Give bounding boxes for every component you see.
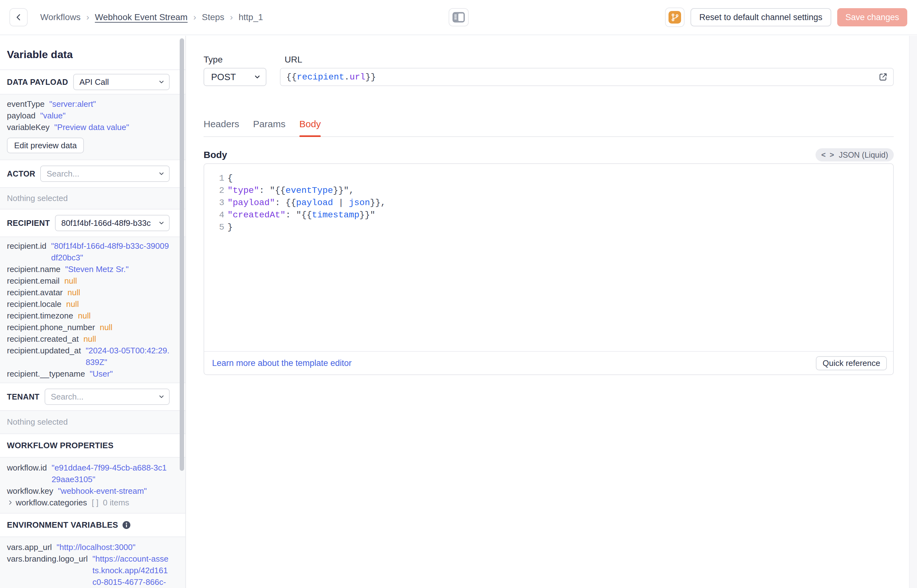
breadcrumb-item-http-1: http_1: [239, 12, 263, 22]
variable-row: recipient.updated_at"2024-03-05T00:42:29…: [7, 345, 170, 368]
variable-key: recipient.timezone: [7, 310, 73, 321]
variable-row: payload"value": [7, 110, 170, 121]
recipient-label: RECIPIENT: [7, 219, 50, 228]
code-line: 3"payload": {{payload | json}},: [204, 197, 893, 209]
breadcrumb-item-workflows[interactable]: Workflows: [40, 12, 81, 22]
page-scrollbar-track[interactable]: [909, 36, 917, 588]
variable-key: recipient.name: [7, 263, 61, 275]
variable-value: null: [78, 310, 90, 321]
environment-variables-label: ENVIRONMENT VARIABLES: [7, 520, 118, 530]
token-p: }}: [365, 72, 376, 82]
data-payload-preview: eventType"server:alert"payload"value"var…: [0, 95, 186, 160]
token-p: : "{{: [286, 210, 312, 220]
tab-params[interactable]: Params: [253, 119, 285, 136]
actor-empty-state: Nothing selected: [0, 188, 186, 210]
code-editor-area[interactable]: 1{2"type": "{{eventType}}",3"payload": {…: [204, 164, 893, 351]
line-content: }: [228, 221, 233, 233]
chevron-right-icon: [7, 499, 14, 506]
workflow-categories-bracket: [ ]: [92, 497, 98, 509]
tab-headers[interactable]: Headers: [203, 119, 239, 136]
chevron-down-icon: [158, 170, 165, 177]
token-p: }: [228, 222, 233, 232]
sidebar-scrollbar[interactable]: [180, 38, 184, 471]
token-var: eventType: [286, 186, 333, 195]
variable-key: recipient.__typename: [7, 368, 85, 380]
variable-value: "https://account-assets.knock.app/42d161…: [92, 553, 170, 588]
code-line: 4"createdAt": "{{timestamp}}": [204, 209, 893, 221]
variable-key: payload: [7, 110, 36, 121]
variable-value: "User": [90, 368, 113, 380]
code-brackets-icon: < >: [821, 150, 835, 159]
token-key: "type": [228, 186, 259, 195]
variable-value: "server:alert": [49, 98, 96, 110]
data-payload-row: DATA PAYLOAD API Call: [0, 70, 186, 95]
data-payload-fields: eventType"server:alert"payload"value"var…: [7, 98, 170, 133]
reset-channel-settings-button[interactable]: Reset to default channel settings: [691, 8, 831, 26]
recipient-select[interactable]: 80f1f4bf-166d-48f9-b33c: [55, 215, 170, 231]
tenant-search-select[interactable]: Search...: [45, 389, 170, 405]
token-p: |: [333, 198, 349, 208]
variable-key: variableKey: [7, 121, 50, 133]
tab-body[interactable]: Body: [299, 119, 321, 136]
actor-search-select[interactable]: Search...: [40, 166, 170, 182]
url-input[interactable]: {{recipient.url}}: [280, 68, 894, 86]
topbar-actions: Reset to default channel settings Save c…: [665, 8, 907, 27]
tenant-row: TENANT Search...: [0, 383, 186, 411]
data-payload-selected-value: API Call: [79, 77, 109, 87]
workflow-fields: workflow.id"e91ddae4-7f99-45cb-a688-3c12…: [7, 462, 170, 497]
breadcrumb-item-steps[interactable]: Steps: [202, 12, 224, 22]
variable-row: recipient.timezonenull: [7, 310, 170, 321]
token-p: }},: [370, 198, 386, 208]
top-bar: Workflows›Webhook Event Stream›Steps›htt…: [0, 0, 917, 35]
code-line: 1{: [204, 172, 893, 184]
tenant-label: TENANT: [7, 392, 40, 401]
variable-row: variableKey"Preview data value": [7, 121, 170, 133]
actor-row: ACTOR Search...: [0, 160, 186, 188]
line-number: 2: [204, 184, 228, 197]
variable-key: recipient.email: [7, 275, 60, 287]
variable-key: vars.app_url: [7, 541, 52, 553]
info-icon[interactable]: [122, 521, 131, 529]
commit-changes-button[interactable]: [665, 8, 685, 27]
body-heading: Body: [203, 150, 227, 160]
workflow-properties-header: WORKFLOW PROPERTIES: [0, 434, 186, 458]
variable-row: workflow.key"webhook-event-stream": [7, 485, 170, 497]
save-changes-button[interactable]: Save changes: [837, 8, 907, 26]
body-section-header: Body < > JSON (Liquid): [203, 148, 894, 162]
method-select[interactable]: POST: [203, 68, 266, 86]
template-editor-docs-link[interactable]: Learn more about the template editor: [212, 359, 352, 368]
variable-row: recipient.id"80f1f4bf-166d-48f9-b33c-390…: [7, 240, 170, 263]
breadcrumb-separator: ›: [86, 12, 89, 22]
workflow-categories-key: workflow.categories: [16, 497, 87, 509]
workflow-properties: workflow.id"e91ddae4-7f99-45cb-a688-3c12…: [0, 458, 186, 514]
back-button[interactable]: [10, 8, 27, 26]
token-var: recipient: [297, 72, 344, 82]
line-number: 3: [204, 197, 228, 209]
type-label: Type: [203, 55, 266, 65]
token-key: "payload": [228, 198, 275, 208]
body-template-editor: 1{2"type": "{{eventType}}",3"payload": {…: [203, 163, 894, 375]
variable-value: null: [66, 299, 79, 310]
data-payload-select[interactable]: API Call: [73, 74, 170, 90]
actor-search-placeholder: Search...: [47, 169, 79, 179]
variable-data-sidebar: Variable data DATA PAYLOAD API Call even…: [0, 36, 186, 588]
environment-variables: vars.app_url"http://localhost:3000"vars.…: [0, 537, 186, 588]
variable-key: workflow.id: [7, 462, 47, 474]
external-link-icon[interactable]: [878, 72, 888, 82]
workflow-categories-row[interactable]: workflow.categories [ ] 0 items: [7, 497, 170, 509]
breadcrumb-item-webhook-event-stream[interactable]: Webhook Event Stream: [95, 12, 187, 22]
edit-preview-data-button[interactable]: Edit preview data: [7, 137, 84, 153]
token-p: .: [344, 72, 350, 82]
variable-row: vars.branding.logo_url"https://account-a…: [7, 553, 170, 588]
editor-language-badge: < > JSON (Liquid): [815, 148, 894, 162]
breadcrumb: Workflows›Webhook Event Stream›Steps›htt…: [40, 12, 263, 22]
recipient-selected-value: 80f1f4bf-166d-48f9-b33c: [61, 218, 151, 228]
actor-label: ACTOR: [7, 169, 35, 178]
tenant-empty-state: Nothing selected: [0, 411, 186, 434]
quick-reference-button[interactable]: Quick reference: [816, 356, 887, 370]
toggle-sidebar-button[interactable]: [449, 8, 469, 26]
variable-value: "Preview data value": [54, 121, 129, 133]
variable-row: eventType"server:alert": [7, 98, 170, 110]
variable-row: recipient.avatarnull: [7, 287, 170, 299]
breadcrumb-separator: ›: [230, 12, 233, 22]
